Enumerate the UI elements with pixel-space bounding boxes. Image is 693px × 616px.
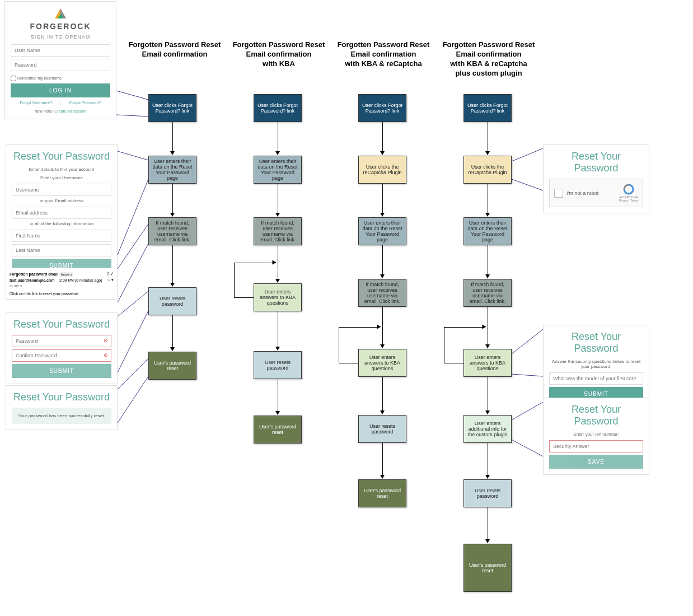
lastname-input[interactable] [12,244,111,256]
arrow-head [377,325,381,329]
arrow-head [380,213,385,217]
recaptcha-widget[interactable]: I'm not a robot reCAPTCHA Privacy · Term… [549,179,643,207]
email-input[interactable] [12,207,111,219]
success-message: Your password has been successfully rese… [12,408,111,424]
panel-sub: Enter your pin number: [549,432,643,437]
signin-subtitle: SIGN IN TO OPENAM [11,34,110,40]
new-here: New here? Create an account [11,109,110,113]
panel-sub: Enter details to find your account [12,167,111,172]
username-input[interactable] [12,184,111,196]
username-input[interactable] [11,44,110,57]
step-kba: User enters answers to KBA questions [358,349,406,377]
reset-panel-success: Reset Your Password Your password has be… [6,385,118,430]
recaptcha-checkbox[interactable] [554,189,563,198]
arrow-head [275,151,280,155]
loop [234,263,274,263]
arrow-head [380,151,385,155]
svg-line-10 [118,311,148,372]
panel-title: Reset Your Password [549,331,643,354]
arrow [172,122,173,153]
panel-title: Reset Your Password [12,319,111,330]
arrow-head [485,410,490,414]
step-match-found: If match found, user receives username v… [463,279,512,307]
arrow-head [170,151,175,155]
security-answer-input[interactable] [549,440,643,452]
svg-line-15 [512,329,543,354]
panel-sub: Answer the security questions below to r… [549,359,643,369]
step-enter-data: User enters their data on the Reset Your… [463,217,512,245]
firstname-input[interactable] [12,230,111,242]
create-account-link[interactable]: Create an account [54,109,86,113]
kba-answer-input[interactable] [549,372,643,385]
arrow [382,307,383,346]
step-pw-reset: User's password reset [148,352,196,380]
arrow [382,122,383,153]
loop [339,363,358,363]
arrow [278,245,278,281]
svg-line-17 [512,402,543,420]
error-icon: ⊘ [104,338,108,343]
step-match-found: If match found, user receives username v… [148,217,196,245]
col-header-4: Forgotten Password ResetEmail confirmati… [438,40,539,78]
arrow-head [380,344,385,348]
recaptcha-logo-icon: reCAPTCHA Privacy · Terms [619,184,638,202]
reset-panel-newpw: Reset Your Password ⊘ ⊘ SUBMIT [6,312,118,384]
step-reset-pw: User resets password [254,351,302,379]
arrow-head [485,344,490,348]
email-time: 2:09 PM (0 minutes ago) [59,278,102,282]
arrow [488,307,488,346]
forgot-password-link[interactable]: Forgot Password? [69,101,101,105]
remember-row[interactable]: Remember my username [11,76,110,81]
col-header-3: Forgotten Password ResetEmail confirmati… [333,40,434,69]
svg-line-8 [118,244,148,302]
step-enter-data: User enters their data on the Reset Your… [358,217,406,245]
arrow [278,311,278,348]
svg-line-11 [118,358,148,389]
error-icon: ⊘ [104,352,108,358]
arrow-head [170,347,175,351]
panel-title: Reset Your Password [549,151,643,174]
password-input[interactable] [12,335,111,347]
email-body: Click on this link to reset your passwor… [10,292,114,296]
svg-line-14 [512,179,543,190]
step-recaptcha: User clicks the reCaptcha Plugin [358,156,406,184]
login-button[interactable]: LOG IN [11,83,110,97]
step-match-found: If match found, user receives username v… [358,279,406,307]
remember-checkbox[interactable] [11,76,16,81]
step-click-forgot: User clicks Forgot Password? link [148,94,196,122]
arrow-head [485,213,490,217]
svg-line-13 [512,148,543,161]
arrow [278,122,278,153]
save-button[interactable]: SAVE [549,455,643,469]
step-enter-data: User enters their data on the Reset Your… [254,156,302,184]
email-actions[interactable]: ⎙ ⤢ [107,272,114,276]
email-subject: Forgotten password email [10,272,58,276]
col-header-1: Forgotten Password ResetEmail confirmati… [124,40,225,59]
arrow [382,184,383,214]
arrow-head [170,283,175,287]
arrow-head [485,475,490,479]
password-input[interactable] [11,59,110,71]
arrow [278,379,278,413]
submit-button[interactable]: SUBMIT [12,364,111,378]
confirm-password-input[interactable] [12,349,111,362]
arrow-head [275,279,280,283]
recaptcha-label: I'm not a robot [566,190,619,196]
loop [444,327,444,363]
email-star-icon[interactable]: ☆ ▾ [107,278,114,282]
step-match-found: If match found, user receives username v… [254,217,302,245]
arrow-head [275,411,280,415]
arrow-head [380,274,385,278]
arrow [488,122,488,153]
step-custom: User enters additional info for the cust… [463,415,512,443]
arrow-head [380,410,385,414]
loop [234,297,254,298]
arrow [488,184,488,214]
email-from: test.user@example.com [10,278,54,282]
arrow [382,443,383,477]
loop [444,363,463,363]
step-kba: User enters answers to KBA questions [254,283,302,311]
forgot-username-link[interactable]: Forgot Username? [20,101,53,105]
arrow-head [170,213,175,217]
arrow-head [275,347,280,351]
